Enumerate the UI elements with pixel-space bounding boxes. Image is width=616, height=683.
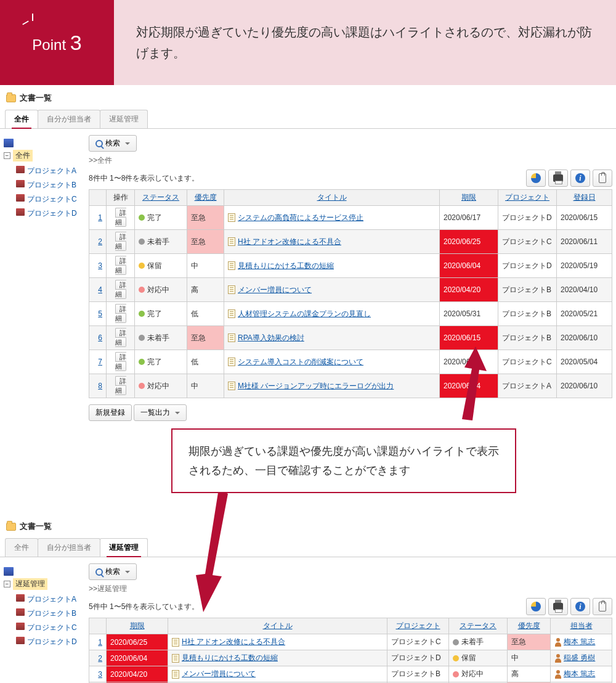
info-button[interactable]: i — [570, 170, 590, 187]
clipboard-icon — [599, 173, 606, 183]
table-row: 5詳細完了低人材管理システムの課金プランの見直し2020/05/31プロジェクト… — [89, 302, 612, 326]
callout-box: 期限が過ぎている課題や優先度が高い課題がハイライトで表示されるため、一目で確認す… — [171, 428, 516, 493]
tree-item[interactable]: プロジェクトC — [27, 623, 77, 632]
row-number[interactable]: 3 — [98, 261, 102, 270]
col-project[interactable]: プロジェクト — [396, 621, 440, 630]
tab-delay[interactable]: 遅延管理 — [100, 110, 148, 128]
tree-item[interactable]: プロジェクトC — [27, 195, 77, 203]
tree-root-delay[interactable]: 遅延管理 — [13, 578, 47, 590]
project-cell: プロジェクトB — [498, 326, 557, 350]
due-cell: 2020/04/20 — [107, 666, 168, 682]
col-status[interactable]: ステータス — [460, 621, 496, 630]
detail-button[interactable]: 詳細 — [115, 232, 126, 251]
priority-cell: 高 — [187, 278, 224, 302]
person-icon — [554, 670, 562, 679]
col-priority[interactable]: 優先度 — [518, 621, 540, 630]
tree-item[interactable]: プロジェクトA — [27, 166, 76, 175]
info-button[interactable]: i — [570, 598, 590, 615]
detail-button[interactable]: 詳細 — [115, 304, 126, 323]
assignee-link[interactable]: 梅本 篤志 — [564, 669, 595, 678]
tree-root-all[interactable]: 全件 — [13, 150, 33, 162]
detail-button[interactable]: 詳細 — [115, 256, 126, 275]
tree-toggle[interactable]: − — [4, 152, 10, 159]
tree-item[interactable]: プロジェクトB — [27, 609, 76, 618]
tab-mine[interactable]: 自分が担当者 — [38, 110, 100, 128]
issue-title-link[interactable]: RPA導入効果の検討 — [238, 333, 304, 342]
clipboard-button[interactable] — [593, 598, 612, 615]
assignee-link[interactable]: 梅本 篤志 — [564, 637, 595, 646]
row-number[interactable]: 6 — [98, 333, 102, 342]
row-number[interactable]: 1 — [98, 213, 102, 222]
issue-title-link[interactable]: 見積もりにかける工数の短縮 — [182, 653, 278, 662]
issue-title-link[interactable]: 人材管理システムの課金プランの見直し — [238, 309, 371, 318]
col-project[interactable]: プロジェクト — [505, 193, 549, 202]
export-button[interactable]: 一覧出力 — [134, 404, 187, 421]
row-number[interactable]: 7 — [98, 358, 102, 366]
status-text: 対応中 — [147, 285, 169, 294]
row-number[interactable]: 5 — [98, 309, 102, 318]
tree-item[interactable]: プロジェクトB — [27, 181, 76, 189]
col-reg[interactable]: 登録日 — [573, 193, 596, 202]
section-title: 文書一覧 — [20, 92, 52, 104]
assignee-link[interactable]: 稲盛 勇樹 — [564, 653, 595, 662]
book-icon — [16, 608, 25, 616]
tab-delay[interactable]: 遅延管理 — [100, 538, 148, 557]
issue-title-link[interactable]: H社 アドオン改修による不具合 — [238, 237, 341, 246]
issue-title-link[interactable]: 見積もりにかける工数の短縮 — [238, 261, 334, 270]
sidebar-tree: − 遅延管理 プロジェクトAプロジェクトBプロジェクトCプロジェクトD — [4, 563, 89, 683]
search-icon — [95, 568, 103, 576]
tab-all[interactable]: 全件 — [5, 110, 38, 128]
col-due[interactable]: 期限 — [130, 621, 145, 630]
status-text: 完了 — [147, 358, 162, 366]
breadcrumb: >>遅延管理 — [89, 584, 612, 594]
search-button[interactable]: 検索 — [89, 135, 137, 152]
status-dot-icon — [139, 311, 145, 317]
detail-button[interactable]: 詳細 — [115, 352, 126, 371]
row-number[interactable]: 8 — [98, 382, 102, 390]
col-title[interactable]: タイトル — [317, 193, 347, 202]
due-cell: 2020/05/31 — [440, 302, 498, 326]
due-cell: 2020/06/25 — [440, 230, 498, 254]
issue-title-link[interactable]: M社様 バージョンアップ時にエラーログが出力 — [238, 382, 394, 390]
issue-title-link[interactable]: システムの高負荷によるサービス停止 — [238, 213, 363, 222]
chart-button[interactable] — [526, 170, 546, 187]
project-cell: プロジェクトD — [387, 650, 449, 666]
print-button[interactable] — [548, 170, 568, 187]
search-button[interactable]: 検索 — [89, 563, 137, 580]
project-cell: プロジェクトA — [498, 374, 557, 398]
col-due[interactable]: 期限 — [461, 193, 476, 202]
status-dot-icon — [139, 239, 145, 245]
tree-item[interactable]: プロジェクトD — [27, 209, 77, 218]
tab-all[interactable]: 全件 — [5, 538, 38, 557]
table-row: 3詳細保留中見積もりにかける工数の短縮2020/06/04プロジェクトD2020… — [89, 254, 612, 278]
detail-button[interactable]: 詳細 — [115, 376, 126, 395]
col-assignee[interactable]: 担当者 — [570, 621, 593, 630]
table-row: 1詳細完了至急システムの高負荷によるサービス停止2020/06/17プロジェクト… — [89, 206, 612, 230]
col-status[interactable]: ステータス — [142, 193, 179, 202]
chart-button[interactable] — [526, 598, 546, 615]
detail-button[interactable]: 詳細 — [115, 328, 126, 347]
clipboard-button[interactable] — [593, 170, 612, 187]
section-header: 文書一覧 — [0, 513, 616, 536]
print-button[interactable] — [548, 598, 568, 615]
priority-cell: 低 — [187, 302, 224, 326]
row-number[interactable]: 4 — [98, 285, 102, 294]
issue-title-link[interactable]: システム導入コストの削減案について — [238, 358, 363, 366]
col-title[interactable]: タイトル — [263, 621, 293, 630]
row-number[interactable]: 1 — [98, 638, 102, 647]
tree-item[interactable]: プロジェクトD — [27, 637, 77, 646]
tree-item[interactable]: プロジェクトA — [27, 595, 76, 603]
tab-mine[interactable]: 自分が担当者 — [38, 538, 100, 557]
issue-title-link[interactable]: メンバー増員について — [182, 669, 256, 678]
new-button[interactable]: 新規登録 — [89, 404, 132, 421]
row-number[interactable]: 2 — [98, 654, 102, 663]
detail-button[interactable]: 詳細 — [115, 208, 126, 227]
detail-button[interactable]: 詳細 — [115, 280, 126, 299]
issue-title-link[interactable]: メンバー増員について — [238, 285, 312, 294]
col-priority[interactable]: 優先度 — [195, 193, 217, 202]
tree-toggle[interactable]: − — [4, 581, 10, 587]
issue-title-link[interactable]: H社 アドオン改修による不具合 — [182, 637, 285, 646]
table-row: 7詳細完了低システム導入コストの削減案について2020/06/04プロジェクトC… — [89, 350, 612, 374]
row-number[interactable]: 2 — [98, 237, 102, 246]
row-number[interactable]: 3 — [98, 670, 102, 679]
